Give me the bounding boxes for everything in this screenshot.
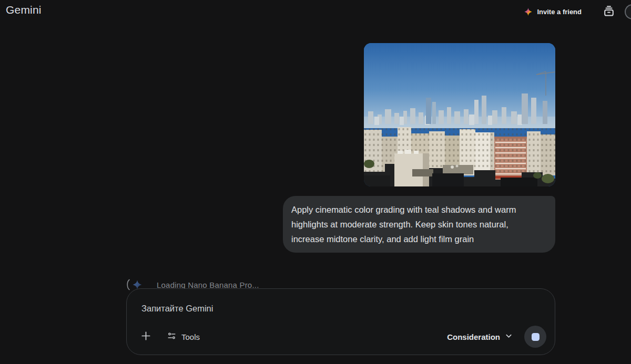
archive-history-button[interactable] bbox=[602, 4, 616, 19]
composer-toolbar: Tools Consideration bbox=[135, 326, 546, 348]
mode-selector-label: Consideration bbox=[447, 332, 500, 341]
invite-a-friend-button[interactable]: Invite a friend bbox=[524, 5, 582, 18]
gemini-sparkle-icon bbox=[524, 7, 533, 16]
tune-icon bbox=[167, 331, 177, 342]
user-message-line: Apply cinematic color grading with teal … bbox=[291, 202, 547, 217]
user-message-line: highlights at moderate strength. Keep sk… bbox=[291, 217, 547, 232]
add-attachment-button[interactable] bbox=[135, 326, 156, 347]
attached-city-photo[interactable] bbox=[364, 43, 555, 186]
account-avatar-partial[interactable] bbox=[625, 4, 631, 19]
archive-icon bbox=[603, 5, 615, 19]
gemini-app: Gemini Invite a friend bbox=[0, 0, 631, 364]
tools-button[interactable]: Tools bbox=[161, 326, 205, 347]
stop-generating-button[interactable] bbox=[524, 326, 546, 348]
user-message-bubble: Apply cinematic color grading with teal … bbox=[283, 196, 555, 253]
tools-label: Tools bbox=[181, 332, 200, 341]
stop-icon bbox=[532, 333, 540, 341]
loading-status-label: Loading Nano Banana Pro... bbox=[157, 280, 259, 289]
prompt-composer: Tools Consideration bbox=[126, 288, 555, 355]
invite-a-friend-label: Invite a friend bbox=[537, 8, 582, 16]
user-message-line: increase midtone clarity, and add light … bbox=[291, 232, 547, 246]
chevron-down-icon bbox=[505, 332, 513, 341]
spinner-arc-icon bbox=[125, 279, 130, 290]
gemini-logo: Gemini bbox=[6, 4, 42, 16]
mode-selector-dropdown[interactable]: Consideration bbox=[443, 326, 517, 347]
plus-icon bbox=[140, 330, 152, 344]
prompt-input[interactable] bbox=[141, 300, 540, 316]
